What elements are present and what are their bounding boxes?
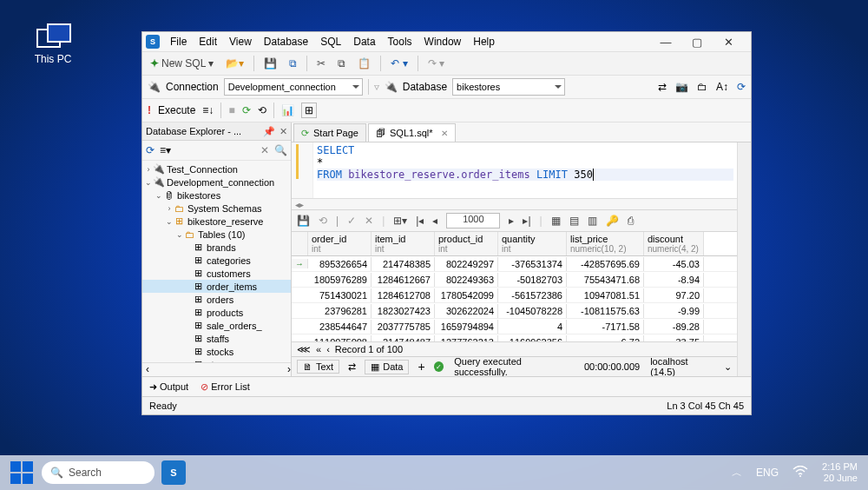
- taskbar-app-icon[interactable]: S: [161, 460, 186, 485]
- start-button[interactable]: [10, 461, 33, 484]
- menu-file[interactable]: File: [165, 34, 192, 50]
- connection-combo[interactable]: Development_connection: [224, 78, 363, 96]
- error-list-tab[interactable]: ⊘ Error List: [201, 381, 250, 393]
- commit-button[interactable]: ⟳: [242, 104, 251, 116]
- table-row[interactable]: 238544647203777578516597948944-7171.58-8…: [292, 319, 737, 334]
- undo-button[interactable]: ↶ ▾: [388, 56, 410, 70]
- new-conn-icon[interactable]: ⇄: [658, 81, 667, 93]
- column-header[interactable]: list_pricenumeric(10, 2): [567, 232, 644, 255]
- swap-icon[interactable]: ⇄: [348, 361, 356, 373]
- tab-start-page[interactable]: ⟳Start Page: [293, 123, 366, 142]
- database-combo[interactable]: bikestores: [452, 78, 565, 96]
- grid-revert-icon[interactable]: ⟲: [319, 215, 327, 227]
- grid-view1-icon[interactable]: ▦: [551, 215, 561, 227]
- paste-button[interactable]: 📋: [355, 56, 373, 70]
- page-next-icon[interactable]: ▸: [509, 215, 514, 227]
- maximize-button[interactable]: ▢: [685, 36, 709, 49]
- refresh-tree-icon[interactable]: ⟳: [146, 144, 155, 156]
- cut-button[interactable]: ✂: [314, 56, 328, 70]
- db-plug-icon: 🔌: [385, 81, 398, 93]
- column-header[interactable]: order_idint: [308, 232, 372, 255]
- stop-button[interactable]: ■: [228, 104, 234, 116]
- main-toolbar: ✦New SQL ▾ 📂▾ 💾 ⧉ ✂ ⧉ 📋 ↶ ▾ ↷ ▾: [142, 51, 751, 76]
- folder-icon[interactable]: 🗀: [697, 81, 707, 93]
- rollback-button[interactable]: ⟲: [258, 104, 266, 116]
- grid-save-icon[interactable]: 💾: [297, 215, 310, 227]
- save-button[interactable]: 💾: [261, 56, 279, 70]
- tree-table-item: ⊞categories: [142, 254, 291, 267]
- close-button[interactable]: ✕: [716, 36, 740, 49]
- page-first-icon[interactable]: |◂: [416, 215, 424, 227]
- connection-label: Connection: [166, 81, 219, 93]
- font-icon[interactable]: A↕: [716, 81, 728, 93]
- pin-icon[interactable]: 📌: [263, 126, 275, 137]
- page-last-icon[interactable]: ▸|: [523, 215, 530, 227]
- page-prev-icon[interactable]: ◂: [432, 215, 437, 227]
- menu-tools[interactable]: Tools: [383, 34, 418, 50]
- column-header[interactable]: item_idint: [372, 232, 435, 255]
- table-row[interactable]: 18059762891284612667802249363-5018270375…: [292, 272, 737, 288]
- tree-options-icon[interactable]: ≡▾: [160, 144, 171, 156]
- open-button[interactable]: 📂▾: [223, 56, 247, 70]
- connection-tree[interactable]: ›🔌Test_Connection ⌄🔌Development_connecti…: [142, 161, 291, 362]
- menu-data[interactable]: Data: [348, 34, 380, 50]
- column-header[interactable]: discountnumeric(4, 2): [644, 232, 704, 255]
- menu-help[interactable]: Help: [468, 34, 500, 50]
- menu-window[interactable]: Window: [419, 34, 467, 50]
- tree-table-item: ⊞customers: [142, 267, 291, 280]
- minimize-button[interactable]: —: [654, 36, 678, 49]
- redo-button[interactable]: ↷ ▾: [425, 56, 447, 70]
- add-panel-button[interactable]: +: [418, 360, 424, 374]
- grid-layout-icon[interactable]: ⊞▾: [393, 215, 407, 227]
- menu-database[interactable]: Database: [259, 34, 313, 50]
- new-sql-button[interactable]: ✦New SQL ▾: [148, 56, 216, 70]
- table-row[interactable]: 237962811823027423302622024-1045078228-1…: [292, 303, 737, 319]
- desktop-this-pc[interactable]: This PC: [27, 23, 79, 65]
- column-header[interactable]: quantityint: [498, 232, 567, 255]
- search-tree-icon[interactable]: 🔍: [274, 144, 287, 156]
- tab-close-icon[interactable]: ✕: [441, 129, 448, 138]
- tree-table-item: ⊞products: [142, 306, 291, 319]
- query-host: localhost (14.5): [650, 356, 713, 377]
- filter-icon[interactable]: ▿: [374, 81, 379, 93]
- tray-clock[interactable]: 2:16 PM20 June: [822, 461, 858, 484]
- page-size-input[interactable]: 1000: [446, 213, 500, 228]
- editor-scrollbar[interactable]: [737, 142, 751, 376]
- h-scroll-right[interactable]: ›: [287, 363, 291, 376]
- menu-edit[interactable]: Edit: [194, 34, 222, 50]
- chevron-down-icon[interactable]: ⌄: [724, 361, 732, 373]
- grid-delete-icon[interactable]: ✕: [365, 215, 373, 227]
- tray-language[interactable]: ENG: [756, 467, 779, 479]
- close-panel-icon[interactable]: ✕: [279, 126, 287, 137]
- results-grid[interactable]: order_idintitem_idintproduct_idintquanti…: [292, 232, 737, 341]
- wifi-icon[interactable]: [792, 466, 808, 480]
- exec-options-icon[interactable]: ≡↓: [202, 104, 214, 116]
- tab-sql1[interactable]: 🗐SQL1.sql*✕: [368, 123, 456, 142]
- data-tab-button[interactable]: ▦ Data: [365, 360, 409, 374]
- table-row[interactable]: 895326654214748385802249297-376531374-42…: [292, 256, 737, 272]
- grid-check-icon[interactable]: ✓: [347, 215, 356, 227]
- table-row[interactable]: 11100750082147484871277762213-1169962356…: [292, 334, 737, 341]
- copy-button[interactable]: ⧉: [335, 56, 348, 70]
- taskbar-search[interactable]: 🔍 Search: [42, 461, 155, 484]
- save-all-button[interactable]: ⧉: [286, 56, 299, 70]
- grid-view3-icon[interactable]: ▥: [588, 215, 597, 227]
- collapse-tree-icon[interactable]: ✕: [260, 144, 269, 156]
- sql-editor[interactable]: SELECT * FROM bikestore_reserve.order_it…: [292, 142, 737, 198]
- camera-icon[interactable]: 📷: [675, 81, 688, 93]
- record-navigator[interactable]: ⋘«‹Record 1 of 100: [292, 341, 737, 356]
- text-tab-button[interactable]: 🗎 Text: [297, 360, 339, 374]
- grid-script-icon[interactable]: ⎙: [628, 215, 634, 227]
- table-row[interactable]: 75143002112846127081780542099-5615723861…: [292, 288, 737, 303]
- menu-sql[interactable]: SQL: [315, 34, 346, 50]
- tray-chevron-icon[interactable]: ︿: [732, 466, 742, 480]
- column-header[interactable]: product_idint: [435, 232, 498, 255]
- execute-button[interactable]: Execute: [158, 104, 195, 116]
- menu-view[interactable]: View: [224, 34, 257, 50]
- plan-button[interactable]: ⊞: [301, 103, 317, 118]
- grid-key-icon[interactable]: 🔑: [606, 215, 619, 227]
- output-tab[interactable]: ➜ Output: [149, 381, 188, 393]
- grid-view2-icon[interactable]: ▤: [569, 215, 579, 227]
- refresh-conn-icon[interactable]: ⟳: [737, 81, 746, 93]
- explain-button[interactable]: 📊: [281, 104, 294, 116]
